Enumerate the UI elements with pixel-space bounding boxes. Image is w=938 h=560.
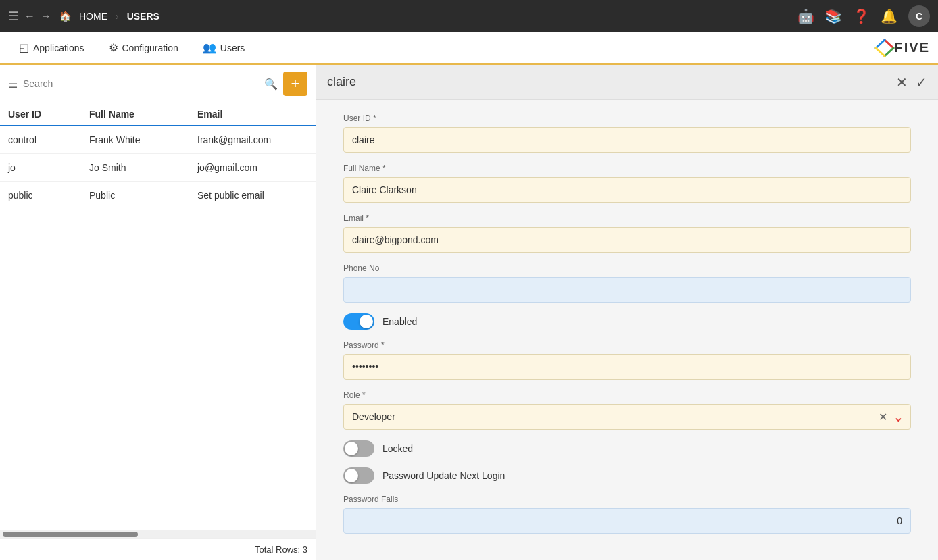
search-input[interactable] [23, 78, 259, 89]
role-input[interactable] [343, 404, 911, 430]
password-fails-label: Password Fails [343, 494, 911, 504]
table-row[interactable]: control Frank White frank@gmail.com [0, 126, 316, 154]
phone-label: Phone No [343, 263, 911, 273]
user-avatar[interactable]: C [908, 5, 930, 27]
home-label[interactable]: HOME [79, 11, 107, 22]
phone-field: Phone No [343, 263, 911, 303]
right-panel-header: claire ✕ ✓ [316, 65, 938, 100]
users-nav-label: Users [220, 43, 245, 53]
users-icon: 👥 [203, 41, 216, 54]
col-header-email: Email [197, 109, 307, 120]
password-update-toggle-row: Password Update Next Login [343, 467, 911, 484]
users-label: USERS [127, 11, 159, 22]
scrollbar-thumb[interactable] [3, 532, 138, 537]
form-content: User ID * Full Name * Email * Phone No [316, 100, 938, 560]
table-footer: Total Rows: 3 [0, 538, 316, 560]
cell-email-2: Set public email [197, 190, 307, 201]
second-bar: ◱ Applications ⚙ Configuration 👥 Users F… [0, 32, 938, 65]
table-row[interactable]: jo Jo Smith jo@gmail.com [0, 154, 316, 182]
cell-userid-2: public [8, 190, 89, 201]
configuration-label: Configuration [122, 43, 178, 53]
password-fails-field: Password Fails [343, 494, 911, 534]
locked-label: Locked [382, 443, 413, 454]
email-input[interactable] [343, 227, 911, 253]
back-arrow-icon[interactable]: ← [24, 10, 35, 22]
svg-line-2 [876, 40, 885, 48]
hamburger-icon[interactable]: ☰ [8, 9, 19, 24]
role-field-wrapper: ✕ ⌄ [343, 404, 911, 430]
locked-toggle-row: Locked [343, 440, 911, 457]
forward-arrow-icon[interactable]: → [41, 10, 51, 22]
password-label: Password * [343, 340, 911, 350]
add-button[interactable]: + [283, 72, 307, 96]
role-field: Role * ✕ ⌄ [343, 390, 911, 430]
books-icon[interactable]: 📚 [825, 8, 842, 24]
right-panel: claire ✕ ✓ User ID * Full Name * Email * [316, 65, 938, 560]
table-body: control Frank White frank@gmail.com jo J… [0, 126, 316, 530]
search-bar: ⚌ 🔍 + [0, 65, 316, 103]
password-update-toggle[interactable] [343, 467, 374, 484]
svg-line-3 [876, 48, 885, 56]
cell-fullname-0: Frank White [89, 134, 197, 145]
search-icon[interactable]: 🔍 [264, 78, 278, 91]
svg-line-1 [885, 48, 893, 56]
user-id-label: User ID * [343, 113, 911, 123]
left-panel: ⚌ 🔍 + User ID Full Name Email control Fr… [0, 65, 316, 560]
full-name-field: Full Name * [343, 163, 911, 203]
role-actions: ✕ ⌄ [877, 407, 906, 426]
sidebar-item-configuration[interactable]: ⚙ Configuration [98, 36, 189, 59]
table-header: User ID Full Name Email [0, 103, 316, 126]
password-update-label: Password Update Next Login [382, 470, 505, 481]
five-text: FIVE [895, 40, 930, 55]
password-input[interactable] [343, 354, 911, 380]
horizontal-scrollbar[interactable] [0, 530, 316, 538]
top-bar: ☰ ← → 🏠 HOME › USERS 🤖 📚 ❓ 🔔 C [0, 0, 938, 32]
cell-email-0: frank@gmail.com [197, 134, 307, 145]
cell-userid-1: jo [8, 162, 89, 173]
bell-icon[interactable]: 🔔 [881, 8, 897, 24]
full-name-input[interactable] [343, 177, 911, 203]
role-dropdown-button[interactable]: ⌄ [891, 407, 906, 426]
role-label: Role * [343, 390, 911, 400]
save-button[interactable]: ✓ [916, 74, 927, 91]
sidebar-item-applications[interactable]: ◱ Applications [8, 36, 95, 59]
table-row[interactable]: public Public Set public email [0, 182, 316, 209]
enabled-toggle[interactable] [343, 313, 374, 330]
email-label: Email * [343, 213, 911, 223]
email-field: Email * [343, 213, 911, 253]
cell-email-1: jo@gmail.com [197, 162, 307, 173]
robot-icon[interactable]: 🤖 [797, 8, 814, 24]
password-fails-input[interactable] [343, 508, 911, 534]
top-bar-right: 🤖 📚 ❓ 🔔 C [797, 5, 930, 27]
user-id-input[interactable] [343, 127, 911, 153]
svg-line-0 [885, 40, 893, 48]
total-rows-label: Total Rows: 3 [255, 544, 307, 555]
close-button[interactable]: ✕ [896, 74, 908, 91]
password-field: Password * [343, 340, 911, 380]
applications-label: Applications [33, 43, 84, 53]
enabled-label: Enabled [382, 316, 417, 327]
full-name-label: Full Name * [343, 163, 911, 173]
help-icon[interactable]: ❓ [853, 8, 870, 24]
main-layout: ⚌ 🔍 + User ID Full Name Email control Fr… [0, 65, 938, 560]
filter-icon: ⚌ [8, 78, 18, 91]
role-clear-button[interactable]: ✕ [877, 409, 889, 425]
col-header-userid: User ID [8, 109, 89, 120]
phone-input[interactable] [343, 277, 911, 303]
col-header-fullname: Full Name [89, 109, 197, 120]
cell-fullname-1: Jo Smith [89, 162, 197, 173]
configuration-icon: ⚙ [109, 41, 118, 54]
locked-toggle[interactable] [343, 440, 374, 457]
applications-icon: ◱ [19, 41, 29, 54]
header-actions: ✕ ✓ [896, 74, 927, 91]
user-id-field: User ID * [343, 113, 911, 153]
breadcrumb-separator: › [116, 11, 119, 22]
five-logo-icon [874, 39, 895, 57]
five-logo: FIVE [874, 39, 930, 57]
enabled-toggle-row: Enabled [343, 313, 911, 330]
cell-fullname-2: Public [89, 190, 197, 201]
sidebar-item-users[interactable]: 👥 Users [192, 36, 256, 59]
cell-userid-0: control [8, 134, 89, 145]
page-title: claire [327, 75, 896, 89]
